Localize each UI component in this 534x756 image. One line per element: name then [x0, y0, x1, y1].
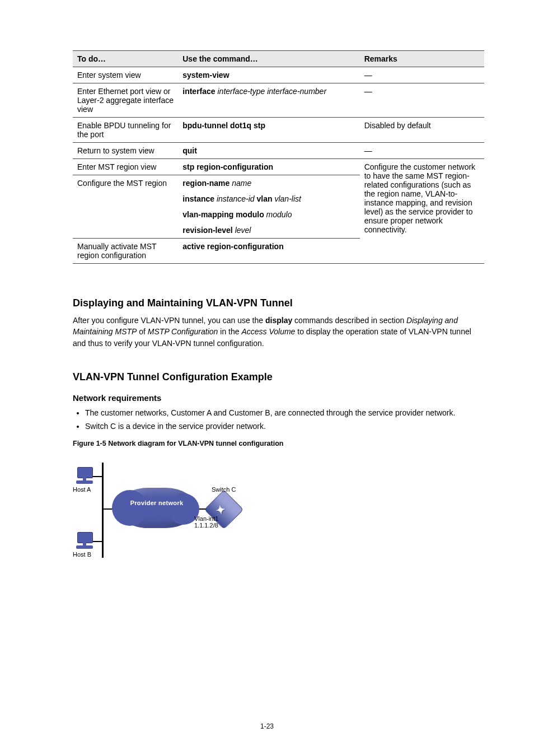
cell-cmd: stp region-configuration	[178, 159, 359, 175]
vlan-label: Vlan-int1	[194, 515, 218, 522]
requirements-list: The customer networks, Customer A and Cu…	[75, 407, 481, 432]
section-heading-example: VLAN-VPN Tunnel Configuration Example	[73, 371, 481, 383]
table-row: Enter system view system-view —	[73, 67, 484, 83]
cell-remarks: —	[360, 143, 484, 159]
table-row: Enable BPDU tunneling for the port bpdu-…	[73, 118, 484, 143]
network-diagram: Host A Host B Provider network ✦ Switch …	[73, 463, 252, 558]
cell-cmd: interface interface-type interface-numbe…	[178, 83, 359, 118]
figure-caption: Figure 1-5 Network diagram for VLAN-VPN …	[73, 438, 481, 449]
ip-label: 1.1.1.2/8	[194, 522, 218, 529]
section-heading-display: Displaying and Maintaining VLAN-VPN Tunn…	[73, 297, 481, 309]
cell-cmd: region-name name	[178, 175, 359, 192]
cell-cmd: system-view	[178, 67, 359, 83]
table-row: Enter MST region view stp region-configu…	[73, 159, 484, 175]
cell-cmd: bpdu-tunnel dot1q stp	[178, 118, 359, 143]
cell-remarks-merged: Configure the customer network to have t…	[360, 159, 484, 264]
cell-todo: Configure the MST region	[73, 175, 178, 239]
page-number: 1-23	[0, 722, 534, 730]
cell-todo: Enter MST region view	[73, 159, 178, 175]
switch-c-label: Switch C	[212, 486, 236, 493]
cell-remarks: Disabled by default	[360, 118, 484, 143]
cell-cmd: active region-configuration	[178, 239, 359, 264]
cell-cmd: instance instance-id vlan vlan-list	[178, 191, 359, 207]
col-header-todo: To do…	[73, 51, 178, 67]
col-header-remarks: Remarks	[360, 51, 484, 67]
cell-cmd: quit	[178, 143, 359, 159]
cell-remarks: —	[360, 67, 484, 83]
cloud-icon	[118, 488, 196, 528]
list-item: The customer networks, Customer A and Cu…	[85, 407, 481, 418]
host-a-icon	[75, 467, 94, 485]
table-header-row: To do… Use the command… Remarks	[73, 51, 484, 67]
cell-cmd: vlan-mapping modulo modulo	[178, 207, 359, 222]
cell-todo: Enter Ethernet port view or Layer-2 aggr…	[73, 83, 178, 118]
table-row: Enter Ethernet port view or Layer-2 aggr…	[73, 83, 484, 118]
config-table: To do… Use the command… Remarks Enter sy…	[73, 50, 484, 264]
col-header-command: Use the command…	[178, 51, 359, 67]
cell-todo: Enter system view	[73, 67, 178, 83]
subheading-requirements: Network requirements	[73, 393, 481, 403]
host-b-label: Host B	[73, 551, 91, 558]
table-row: Return to system view quit —	[73, 143, 484, 159]
cell-remarks: —	[360, 83, 484, 118]
host-b-icon	[75, 532, 94, 550]
cloud-label: Provider network	[129, 500, 185, 506]
cell-cmd: revision-level level	[178, 222, 359, 239]
cell-todo: Return to system view	[73, 143, 178, 159]
cell-todo: Enable BPDU tunneling for the port	[73, 118, 178, 143]
cell-todo: Manually activate MST region configurati…	[73, 239, 178, 264]
section-body-display: After you configure VLAN-VPN tunnel, you…	[73, 315, 481, 349]
host-a-label: Host A	[73, 486, 91, 493]
page-container: To do… Use the command… Remarks Enter sy…	[0, 0, 534, 756]
list-item: Switch C is a device in the service prov…	[85, 421, 481, 432]
